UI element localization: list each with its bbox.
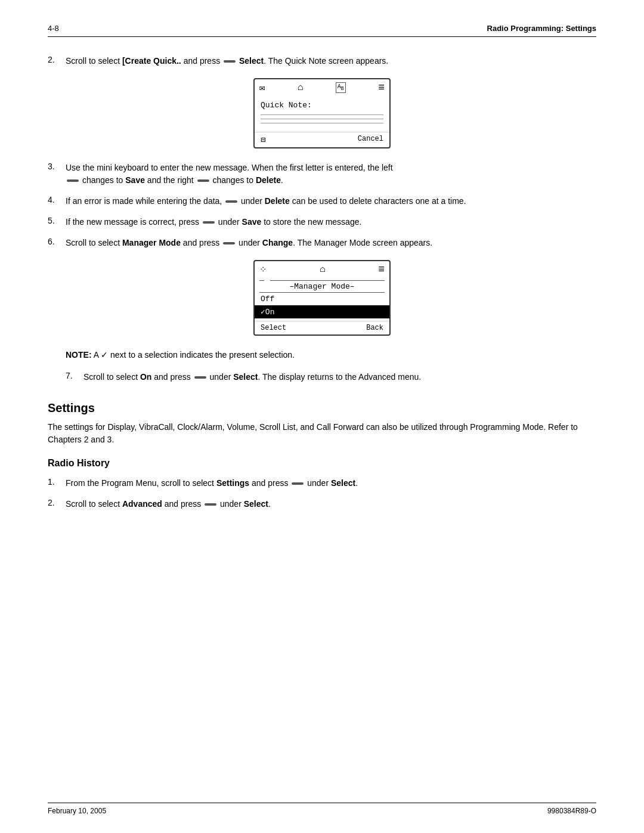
button-pill-6 — [223, 242, 235, 244]
footer-date: February 10, 2005 — [48, 807, 106, 815]
step-4: 4. If an error is made while entering th… — [48, 195, 596, 208]
envelope-icon: ✉ — [259, 82, 265, 94]
button-pill-4 — [225, 200, 237, 203]
step-7-text: Scroll to select On and press under Sele… — [83, 371, 596, 383]
header-title: Radio Programming: Settings — [487, 24, 596, 33]
substep-2: 2. Scroll to select Advanced and press u… — [48, 498, 596, 510]
step-2-text: Scroll to select [Create Quick.. and pre… — [66, 55, 596, 67]
menu-icon-2: ≡ — [378, 264, 385, 275]
page-header: 4-8 Radio Programming: Settings — [48, 24, 596, 37]
screen-bottom-icon: ⊟ — [261, 135, 265, 145]
manager-mode-title: –Manager Mode– — [259, 280, 385, 293]
page-footer: February 10, 2005 9980384R89-O — [48, 803, 596, 815]
screen-bottombar: ⊟ Cancel — [255, 132, 389, 147]
settings-section: Settings The settings for Display, Vibra… — [48, 401, 596, 510]
step-6-text: Scroll to select Manager Mode and press … — [66, 237, 596, 249]
button-pill-2 — [67, 179, 79, 182]
button-pill-7 — [194, 376, 206, 379]
home-icon: ⌂ — [298, 82, 304, 93]
substep-2-number: 2. — [48, 498, 66, 507]
manager-mode-screen: ⁘ ⌂ ≡ –Manager Mode– Off ✓On Select Back — [253, 260, 391, 336]
step-2: 2. Scroll to select [Create Quick.. and … — [48, 55, 596, 67]
settings-heading: Settings — [48, 401, 596, 415]
button-pill-9 — [205, 503, 216, 506]
substep-1-text: From the Program Menu, scroll to select … — [66, 477, 596, 490]
button-pill-5 — [203, 221, 215, 224]
manager-back-label: Back — [366, 324, 383, 332]
page-number: 4-8 — [48, 24, 59, 33]
line-3 — [261, 123, 383, 123]
manager-select-label: Select — [261, 324, 286, 332]
manager-mode-screen-container: ⁘ ⌂ ≡ –Manager Mode– Off ✓On Select Back — [48, 260, 596, 336]
step-5-text: If the new message is correct, press und… — [66, 216, 596, 228]
step-7-number: 7. — [66, 371, 83, 380]
footer-doc-number: 9980384R89-O — [547, 807, 596, 815]
menu-icon: ≡ — [378, 82, 385, 94]
step-4-text: If an error is made while entering the d… — [66, 195, 596, 208]
line-2 — [261, 119, 383, 119]
substep-2-text: Scroll to select Advanced and press unde… — [66, 498, 596, 510]
manager-screen-topbar: ⁘ ⌂ ≡ — [255, 261, 389, 278]
manager-option-off: Off — [255, 293, 389, 305]
substep-1-number: 1. — [48, 477, 66, 487]
screen-cancel-label: Cancel — [358, 135, 383, 145]
step-6: 6. Scroll to select Manager Mode and pre… — [48, 237, 596, 249]
step-5-number: 5. — [48, 216, 66, 225]
quick-note-screen: ✉ ⌂ AB ≡ Quick Note: ⊟ Cancel — [253, 78, 391, 148]
step-3: 3. Use the mini keyboard to enter the ne… — [48, 162, 596, 187]
manager-screen-bottombar: Select Back — [255, 321, 389, 335]
button-pill-8 — [292, 482, 304, 485]
ab-icon: AB — [336, 82, 346, 93]
manager-option-on: ✓On — [255, 305, 389, 318]
step-4-number: 4. — [48, 195, 66, 205]
home-icon-2: ⌂ — [320, 264, 326, 275]
step-3-number: 3. — [48, 162, 66, 171]
quick-note-title: Quick Note: — [261, 101, 383, 110]
manager-body: –Manager Mode– Off ✓On — [255, 278, 389, 321]
button-pill — [224, 60, 236, 63]
bullets-icon: ⁘ — [259, 264, 267, 275]
quick-note-screen-container: ✉ ⌂ AB ≡ Quick Note: ⊟ Cancel — [48, 78, 596, 148]
step-3-text: Use the mini keyboard to enter the new m… — [66, 162, 596, 187]
line-1 — [261, 114, 383, 115]
substep-1: 1. From the Program Menu, scroll to sele… — [48, 477, 596, 490]
step-7: 7. Scroll to select On and press under S… — [66, 371, 596, 383]
step-6-number: 6. — [48, 237, 66, 246]
note-block: NOTE: A ✓ next to a selection indicates … — [66, 349, 596, 361]
step-5: 5. If the new message is correct, press … — [48, 216, 596, 228]
page: 4-8 Radio Programming: Settings 2. Scrol… — [0, 0, 644, 833]
radio-history-heading: Radio History — [48, 458, 596, 469]
screen-body: Quick Note: — [255, 96, 389, 132]
step-2-number: 2. — [48, 55, 66, 64]
screen-topbar: ✉ ⌂ AB ≡ — [255, 79, 389, 96]
button-pill-3 — [197, 179, 209, 182]
settings-intro: The settings for Display, VibraCall, Clo… — [48, 421, 596, 446]
